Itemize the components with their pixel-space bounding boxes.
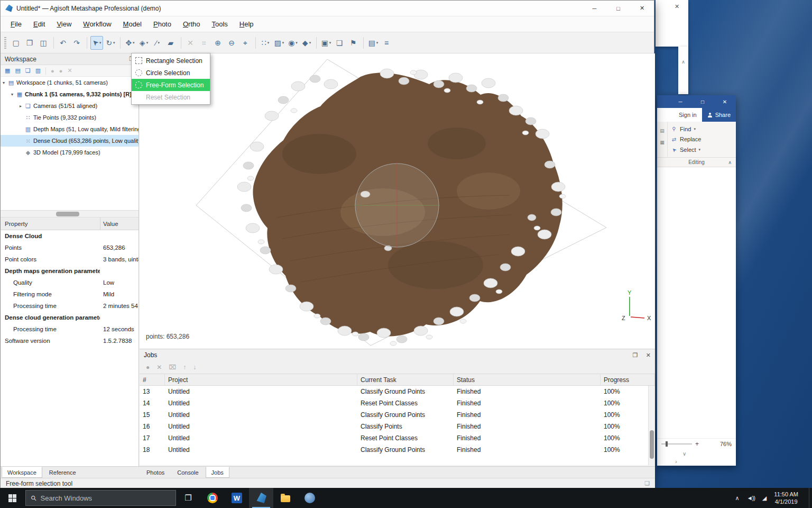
toolbar-grip[interactable] xyxy=(4,37,6,49)
cancel-job-icon[interactable]: ✕ xyxy=(156,364,162,371)
menu-item[interactable]: Workflow xyxy=(77,17,117,31)
crop-icon[interactable]: ⌗ xyxy=(198,36,211,50)
word-document-area[interactable] xyxy=(657,167,736,438)
selection-tool-icon[interactable]: ➤ ▾ xyxy=(90,36,103,50)
app-taskbar-button[interactable] xyxy=(298,488,322,508)
toolbar-button[interactable] xyxy=(120,37,121,49)
zoom-in-icon[interactable]: + xyxy=(695,440,699,448)
open-project-icon[interactable]: ❐ xyxy=(24,36,36,50)
model-viewport[interactable]: points: 653,286 Y X Z xyxy=(140,53,655,349)
toolbar-button[interactable] xyxy=(255,37,256,49)
chrome-taskbar-button[interactable] xyxy=(200,488,225,508)
tree-item[interactable]: ▸ ❏ Cameras (51/51 aligned) xyxy=(1,100,139,112)
close-panel-icon[interactable]: ✕ xyxy=(646,352,651,358)
move-job-up-icon[interactable]: ↑ xyxy=(183,364,186,371)
network-icon[interactable]: ◢ xyxy=(762,495,767,502)
minimize-icon[interactable]: ─ xyxy=(669,95,691,108)
menu-item[interactable]: View xyxy=(51,17,77,31)
column-header[interactable]: # xyxy=(140,374,165,385)
toolbar-button[interactable] xyxy=(87,37,87,49)
column-header[interactable]: Current Task xyxy=(357,374,454,385)
image-adjust-icon[interactable]: ▤ ▾ xyxy=(367,36,380,50)
scrollbar-thumb[interactable] xyxy=(650,430,654,459)
tree-item[interactable]: ▾ ▦ Chunk 1 (51 cameras, 9,332 points) [… xyxy=(1,88,139,100)
tree-item[interactable]: ⁙ Dense Cloud (653,286 points, Low quali… xyxy=(1,135,139,147)
close-icon[interactable]: ✕ xyxy=(714,95,736,108)
scroll-down-icon[interactable]: ∨ xyxy=(682,451,686,457)
scroll-right-icon[interactable]: › xyxy=(675,458,677,465)
titlebar[interactable]: Untitled* — Agisoft Metashape Profession… xyxy=(1,1,654,16)
workspace-tool[interactable] xyxy=(45,67,46,75)
word-taskbar-button[interactable]: W xyxy=(225,488,249,508)
column-header[interactable]: Status xyxy=(454,374,601,385)
expander-icon[interactable]: ▾ xyxy=(9,92,15,97)
toolbar-button[interactable] xyxy=(53,37,54,49)
add-photos-icon[interactable]: ▤ xyxy=(15,67,20,74)
float-panel-icon[interactable]: ❐ xyxy=(633,352,638,358)
find-button[interactable]: ⚲ Find ▾ xyxy=(671,126,736,132)
tree-item[interactable]: ▥ Depth Maps (51, Low quality, Mild filt… xyxy=(1,123,139,135)
tree-item[interactable]: ▾ ▤ Workspace (1 chunks, 51 cameras) xyxy=(1,77,139,88)
eraser-icon[interactable]: ▰ xyxy=(165,36,178,50)
share-button[interactable]: Share xyxy=(702,108,736,122)
enable-camera-icon[interactable]: ● xyxy=(51,68,54,74)
resize-grip-icon[interactable]: ❏ xyxy=(644,480,650,487)
add-chunk-icon[interactable]: ▦ xyxy=(5,67,10,74)
wireframe-view-icon[interactable]: ◆ ▾ xyxy=(300,36,313,50)
expander-icon[interactable]: ▾ xyxy=(1,80,7,85)
toolbar-button[interactable] xyxy=(181,37,181,49)
menu-item[interactable]: File xyxy=(5,17,27,31)
job-row[interactable]: 13 Untitled Classify Ground Points Finis… xyxy=(140,386,655,397)
save-project-icon[interactable]: ◫ xyxy=(38,36,50,50)
sign-in-link[interactable]: Sign in xyxy=(679,112,697,118)
shaded-view-icon[interactable]: ◉ ▾ xyxy=(287,36,299,50)
background-window-scrollbar[interactable]: ∧ xyxy=(678,47,688,94)
job-row[interactable]: 14 Untitled Reset Point Classes Finished… xyxy=(140,397,655,409)
menu-item[interactable]: Photo xyxy=(147,17,177,31)
collapse-ribbon-icon[interactable]: ∧ xyxy=(728,160,732,165)
close-icon[interactable]: ✕ xyxy=(675,3,679,10)
maximize-icon[interactable]: □ xyxy=(606,1,630,16)
tree-item[interactable]: ◆ 3D Model (179,999 faces) xyxy=(1,147,139,158)
layers-icon[interactable]: ≡ xyxy=(381,36,393,50)
minimize-icon[interactable]: ─ xyxy=(583,1,606,16)
job-row[interactable]: 17 Untitled Reset Point Classes Finished… xyxy=(140,432,655,444)
flag-icon[interactable]: ⚑ xyxy=(347,36,360,50)
panel-tab[interactable]: Console xyxy=(171,467,204,478)
undo-icon[interactable]: ↶ xyxy=(57,36,70,50)
import-icon[interactable]: ▥ xyxy=(35,67,41,74)
redo-icon[interactable]: ↷ xyxy=(71,36,84,50)
fit-view-icon[interactable]: ⌖ xyxy=(239,36,252,50)
panel-tab[interactable]: Jobs xyxy=(206,467,229,478)
vertical-scrollbar[interactable] xyxy=(648,386,655,465)
show-desktop-button[interactable] xyxy=(809,488,812,508)
menu-item[interactable]: Ortho xyxy=(177,17,206,31)
menu-option[interactable]: Rectangle Selection xyxy=(132,55,210,67)
menu-option[interactable]: Free-Form Selection xyxy=(132,79,210,91)
column-header[interactable]: Progress xyxy=(601,374,655,385)
move-region-icon[interactable]: ◈ ▾ xyxy=(137,36,150,50)
job-row[interactable]: 18 Untitled Classify Ground Points Finis… xyxy=(140,444,655,456)
point-cloud-view-icon[interactable]: ∷ ▾ xyxy=(259,36,272,50)
menu-option[interactable]: Circle Selection xyxy=(132,67,210,79)
taskbar-search[interactable]: ⚲ Search Windows xyxy=(25,490,176,506)
zoom-slider[interactable] xyxy=(661,443,692,444)
photo-view-icon[interactable]: ❏ xyxy=(334,36,346,50)
start-button[interactable] xyxy=(0,488,24,508)
remove-item-icon[interactable]: ✕ xyxy=(67,67,72,74)
move-job-down-icon[interactable]: ↓ xyxy=(193,364,196,371)
new-project-icon[interactable]: ▢ xyxy=(10,36,23,50)
hidden-icons-chevron[interactable]: ∧ xyxy=(735,495,740,502)
panel-tab[interactable]: Workspace xyxy=(2,467,42,478)
close-icon[interactable]: ✕ xyxy=(630,1,654,16)
zoom-out-icon[interactable]: ⊖ xyxy=(226,36,238,50)
delete-job-icon[interactable]: ⌧ xyxy=(169,364,176,371)
pause-job-icon[interactable]: ● xyxy=(146,364,150,371)
menu-item[interactable]: Edit xyxy=(27,17,51,31)
panel-tab[interactable]: Reference xyxy=(43,467,82,478)
speaker-icon[interactable]: ◄)) xyxy=(747,495,755,501)
metashape-taskbar-button[interactable] xyxy=(249,488,273,508)
styles-icon[interactable]: ▦ xyxy=(660,140,665,145)
scrollbar-thumb[interactable] xyxy=(56,212,79,216)
menu-item[interactable]: Tools xyxy=(206,17,234,31)
